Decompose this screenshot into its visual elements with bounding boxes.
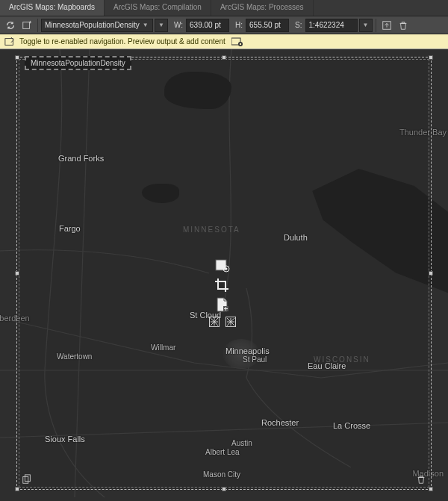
grid-icon-a[interactable] xyxy=(209,317,220,327)
svg-rect-7 xyxy=(25,475,30,482)
chevron-down-icon: ▼ xyxy=(158,22,164,28)
chevron-down-icon: ▼ xyxy=(143,22,149,28)
resize-handle-nw[interactable] xyxy=(15,55,19,60)
layer-settings-icon[interactable] xyxy=(214,258,231,273)
chevron-down-icon: ▼ xyxy=(363,22,369,28)
svg-point-10 xyxy=(225,268,228,270)
artboard-title[interactable]: MinnesotaPopulationDensity xyxy=(25,56,131,70)
document-dropdown-text: MinnesotaPopulationDensity xyxy=(45,21,143,29)
width-input[interactable] xyxy=(186,19,229,32)
width-label: W: xyxy=(174,21,183,29)
height-input[interactable] xyxy=(246,19,289,32)
sync-icon[interactable] xyxy=(3,18,18,33)
export-icon[interactable] xyxy=(379,18,394,33)
page-add-icon[interactable] xyxy=(214,297,231,312)
crop-icon[interactable] xyxy=(214,278,231,293)
resize-handle-s[interactable] xyxy=(222,487,226,491)
resize-handle-w[interactable] xyxy=(15,271,19,276)
tab-processes[interactable]: ArcGIS Maps: Processes xyxy=(211,0,314,16)
svg-rect-6 xyxy=(23,477,28,484)
scale-label: S: xyxy=(295,21,302,29)
resize-handle-ne[interactable] xyxy=(429,55,433,60)
preview-icon[interactable] xyxy=(231,37,243,46)
notice-text: Toggle to re-enabled navigation. Preview… xyxy=(19,37,225,46)
document-dropdown[interactable]: MinnesotaPopulationDensity ▼ xyxy=(41,19,153,32)
tab-compilation[interactable]: ArcGIS Maps: Compilation xyxy=(105,0,211,16)
scale-input[interactable] xyxy=(305,19,358,32)
svg-point-5 xyxy=(240,43,241,44)
panel-tabs: ArcGIS Maps: Mapboards ArcGIS Maps: Comp… xyxy=(0,0,448,16)
notice-bar: Toggle to re-enabled navigation. Preview… xyxy=(0,34,448,49)
delete-icon[interactable] xyxy=(396,18,411,33)
add-map-icon[interactable] xyxy=(19,18,34,33)
document-dropdown-extra[interactable]: ▼ xyxy=(155,19,168,32)
copy-layers-icon[interactable] xyxy=(22,474,32,485)
scale-dropdown[interactable]: ▼ xyxy=(359,19,373,32)
svg-rect-8 xyxy=(216,260,226,270)
resize-handle-e[interactable] xyxy=(429,271,433,276)
grid-icons-row xyxy=(209,317,236,327)
trash-icon[interactable] xyxy=(416,474,426,485)
grid-icon-b[interactable] xyxy=(225,317,236,327)
map-tool-icons xyxy=(209,258,236,327)
tab-mapboards[interactable]: ArcGIS Maps: Mapboards xyxy=(0,0,105,16)
resize-handle-se[interactable] xyxy=(429,487,433,491)
resize-handle-n[interactable] xyxy=(222,55,226,60)
svg-rect-0 xyxy=(23,22,30,28)
height-label: H: xyxy=(235,21,243,29)
toolbar: MinnesotaPopulationDensity ▼ ▼ W: H: S: … xyxy=(0,16,448,34)
resize-handle-sw[interactable] xyxy=(15,487,19,491)
map-canvas[interactable]: MINNESOTA WISCONSIN Grand Forks Thunder … xyxy=(0,49,448,501)
toggle-nav-icon[interactable] xyxy=(4,37,15,47)
